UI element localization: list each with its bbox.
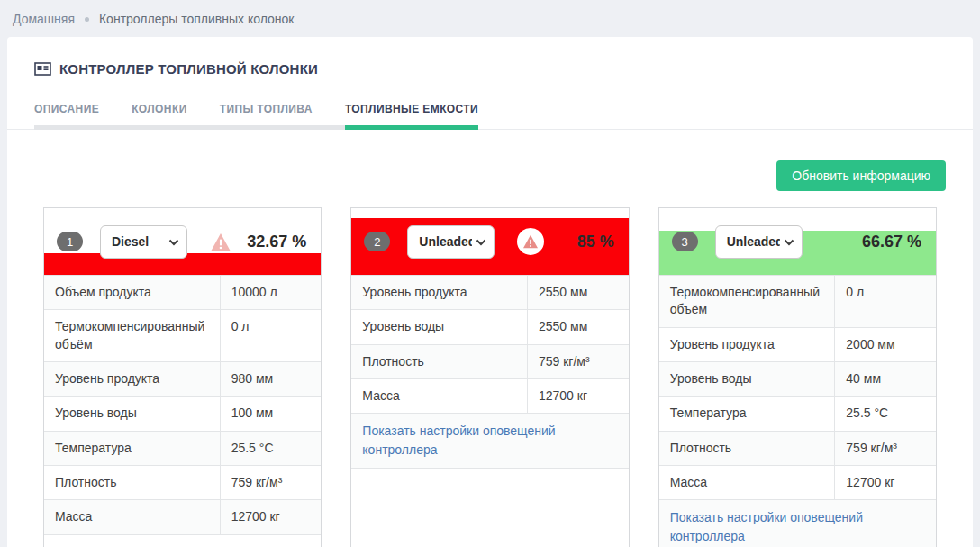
table-row: Уровень воды 100 мм (44, 397, 321, 431)
chevron-down-icon (780, 233, 794, 250)
tab-description[interactable]: ОПИСАНИЕ (34, 97, 99, 129)
row-value: 759 кг/м³ (220, 465, 321, 499)
row-value: 25.5 °C (835, 397, 936, 431)
tank-3-fuel-type-select[interactable]: Unleaded (715, 225, 803, 259)
tank-3-fill-percent: 66.67 % (862, 232, 921, 251)
tank-2-controls: 2 Unleaded 85 % (351, 208, 628, 275)
table-row: Показать настройки оповещений контроллер… (659, 500, 936, 547)
row-value: 0 л (835, 276, 936, 328)
row-label: Плотность (44, 465, 220, 499)
tank-number-badge: 1 (57, 232, 83, 251)
tank-3-table: Термокомпенсированный объём 0 л Уровень … (659, 275, 936, 547)
table-row: Уровень воды 40 мм (659, 361, 936, 396)
tab-fuel-tanks[interactable]: ТОПЛИВНЫЕ ЕМКОСТИ (345, 97, 478, 129)
tank-1-fuel-type-select[interactable]: Diesel (100, 225, 187, 259)
row-value: 759 кг/м³ (527, 344, 628, 378)
row-label: Уровень продукта (351, 276, 527, 310)
row-value: 759 кг/м³ (835, 431, 936, 465)
table-row: Уровень воды 2550 мм (351, 310, 628, 344)
chevron-down-icon (165, 233, 179, 250)
tank-3-controls: 3 Unleaded 66.67 % (659, 208, 936, 275)
table-row: Показать настройки оповещений контроллер… (351, 414, 628, 469)
tank-1-controls: 1 Diesel 32.67 % (44, 208, 321, 275)
tank-card-1: 1 Diesel 32.67 % (43, 207, 322, 547)
row-label: Объем продукта (44, 276, 220, 310)
row-value: 2000 мм (835, 327, 936, 361)
tank-2-gauge: 2 Unleaded 85 % (351, 208, 628, 275)
row-label: Уровень воды (659, 361, 835, 396)
row-label: Уровень воды (44, 397, 220, 431)
show-alert-settings-link[interactable]: Показать настройки оповещений контроллер… (670, 510, 863, 543)
table-row: Температура 25.5 °C (44, 431, 321, 465)
toolbar: Обновить информацию (7, 130, 973, 191)
tank-2-fill-percent: 85 % (577, 232, 614, 251)
row-value: 40 мм (835, 361, 936, 396)
row-label: Термокомпенсированный объём (44, 310, 220, 362)
table-row: Уровень продукта 2550 мм (351, 276, 628, 310)
row-label: Масса (44, 500, 220, 534)
page-title-text: КОНТРОЛЛЕР ТОПЛИВНОЙ КОЛОНКИ (59, 61, 318, 77)
table-row: Объем продукта 10000 л (44, 276, 321, 310)
row-value: 12700 кг (220, 500, 321, 534)
tank-1-table: Объем продукта 10000 л Термокомпенсирова… (44, 275, 321, 535)
row-label: Плотность (351, 344, 527, 378)
alert-settings-cell: Показать настройки оповещений контроллер… (659, 500, 936, 547)
tank-1-warning-plain-icon (210, 232, 231, 251)
row-label: Уровень воды (351, 310, 527, 344)
breadcrumb: Домашняя Контроллеры топливных колонок (0, 0, 980, 37)
tabs-row: ОПИСАНИЕ КОЛОНКИ ТИПЫ ТОПЛИВА ТОПЛИВНЫЕ … (7, 97, 973, 130)
breadcrumb-separator-icon (85, 17, 89, 22)
row-label: Температура (44, 431, 220, 465)
table-row: Масса 12700 кг (44, 500, 321, 534)
tank-2-fuel-type-select[interactable]: Unleaded (407, 225, 495, 259)
row-label: Термокомпенсированный объём (659, 276, 835, 328)
table-row: Масса 12700 кг (351, 378, 628, 413)
row-value: 0 л (220, 310, 321, 362)
tank-number-badge: 3 (672, 232, 698, 251)
tab-fuel-types[interactable]: ТИПЫ ТОПЛИВА (220, 97, 313, 129)
fuel-type-value: Unleaded (727, 234, 780, 249)
tank-2-warning-circle-icon (517, 228, 544, 255)
id-card-icon (34, 62, 51, 76)
chevron-down-icon (472, 233, 486, 250)
breadcrumb-home-link[interactable]: Домашняя (13, 12, 75, 26)
content-panel: КОНТРОЛЛЕР ТОПЛИВНОЙ КОЛОНКИ ОПИСАНИЕ КО… (7, 37, 973, 547)
row-label: Масса (659, 465, 835, 499)
row-label: Температура (659, 397, 835, 431)
row-value: 25.5 °C (220, 431, 321, 465)
row-value: 980 мм (220, 361, 321, 396)
alert-settings-cell: Показать настройки оповещений контроллер… (351, 414, 628, 469)
table-row: Термокомпенсированный объём 0 л (44, 310, 321, 362)
tab-pumps[interactable]: КОЛОНКИ (132, 97, 187, 129)
breadcrumb-current: Контроллеры топливных колонок (99, 12, 294, 26)
fuel-type-value: Unleaded (419, 234, 472, 249)
row-label: Плотность (659, 431, 835, 465)
tank-number-badge: 2 (364, 232, 390, 251)
tab-list: ОПИСАНИЕ КОЛОНКИ ТИПЫ ТОПЛИВА ТОПЛИВНЫЕ … (34, 97, 478, 129)
table-row: Температура 25.5 °C (659, 397, 936, 431)
row-value: 2550 мм (527, 276, 628, 310)
show-alert-settings-link[interactable]: Показать настройки оповещений контроллер… (362, 424, 555, 457)
row-label: Уровень продукта (659, 327, 835, 361)
tank-card-3: 3 Unleaded 66.67 % (658, 207, 937, 547)
tank-1-fill-percent: 32.67 % (247, 232, 306, 251)
tank-cards: 1 Diesel 32.67 % (43, 207, 937, 547)
table-row: Плотность 759 кг/м³ (44, 465, 321, 499)
row-value: 100 мм (220, 397, 321, 431)
table-row: Термокомпенсированный объём 0 л (659, 276, 936, 328)
page-title: КОНТРОЛЛЕР ТОПЛИВНОЙ КОЛОНКИ (7, 37, 973, 97)
tank-2-table: Уровень продукта 2550 мм Уровень воды 25… (351, 275, 628, 469)
fuel-type-value: Diesel (112, 234, 165, 249)
tank-3-gauge: 3 Unleaded 66.67 % (659, 208, 936, 275)
refresh-info-button[interactable]: Обновить информацию (776, 160, 946, 191)
row-value: 10000 л (220, 276, 321, 310)
row-label: Уровень продукта (44, 361, 220, 396)
table-row: Плотность 759 кг/м³ (659, 431, 936, 465)
row-value: 12700 кг (835, 465, 936, 499)
row-value: 2550 мм (527, 310, 628, 344)
table-row: Плотность 759 кг/м³ (351, 344, 628, 378)
row-value: 12700 кг (527, 378, 628, 413)
table-row: Уровень продукта 2000 мм (659, 327, 936, 361)
table-row: Уровень продукта 980 мм (44, 361, 321, 396)
tank-card-2: 2 Unleaded 85 % (350, 207, 629, 547)
